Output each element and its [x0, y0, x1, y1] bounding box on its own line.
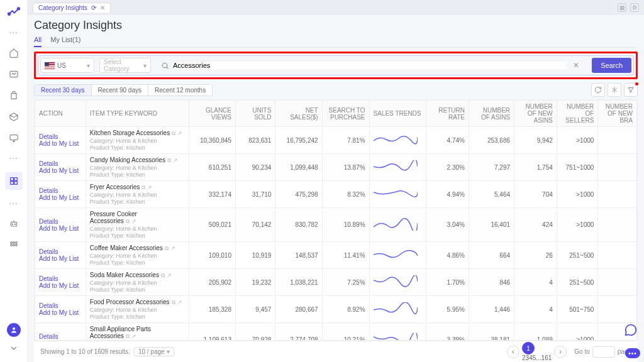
copy-icon[interactable]: ⧉ — [172, 299, 175, 305]
results-text: Showing 1 to 10 of 1609 results. — [40, 348, 130, 355]
page-1[interactable]: 1 — [522, 342, 535, 354]
more-icon-3[interactable]: ⋯ — [9, 199, 18, 209]
dashboard-icon[interactable] — [8, 68, 20, 80]
copy-icon[interactable]: ⧉ — [167, 157, 171, 163]
refresh-icon[interactable]: ⟳ — [91, 4, 96, 11]
prev-page[interactable]: ‹ — [507, 346, 519, 358]
period-90[interactable]: Recent 90 days — [92, 85, 149, 96]
external-icon[interactable]: ↗ — [173, 157, 178, 163]
avatar[interactable] — [7, 323, 21, 337]
details-link[interactable]: Details — [39, 248, 82, 255]
cell-units: 9,457 — [236, 296, 275, 323]
refresh-button[interactable] — [591, 83, 605, 97]
perpage-select[interactable]: 10 / page▾ — [134, 347, 174, 356]
details-link[interactable]: Details — [39, 133, 82, 140]
add-list-link[interactable]: Add to My List — [39, 140, 82, 147]
external-icon[interactable]: ↗ — [177, 299, 182, 305]
external-icon[interactable]: ↗ — [170, 245, 175, 251]
product-sub: Product Type: Kitchen — [90, 199, 145, 205]
period-12m[interactable]: Recent 12 months — [148, 85, 212, 96]
external-icon[interactable]: ↗ — [167, 272, 172, 278]
svg-rect-3 — [10, 135, 18, 140]
copy-icon[interactable]: ⧉ — [165, 245, 169, 251]
next-page[interactable]: › — [554, 346, 567, 358]
cell-newasins: 1,089 — [514, 323, 557, 341]
svg-point-18 — [162, 63, 167, 68]
svg-point-14 — [10, 244, 12, 246]
category-select[interactable]: Select Category ▾ — [99, 58, 151, 73]
add-list-link[interactable]: Add to My List — [39, 255, 82, 262]
robot-icon[interactable] — [8, 217, 20, 230]
home-icon[interactable] — [8, 47, 20, 59]
cell-return: 3.39% — [426, 323, 469, 341]
snowflake-button[interactable] — [608, 83, 621, 97]
app-grid-icon[interactable] — [8, 239, 20, 251]
cell-s2p: 10.21% — [322, 323, 369, 341]
more-icon-2[interactable]: ⋯ — [9, 153, 18, 163]
details-link[interactable]: Details — [39, 187, 82, 194]
external-icon[interactable]: ↗ — [131, 218, 136, 224]
add-list-link[interactable]: Add to My List — [39, 194, 82, 201]
cell-asins: 1,446 — [469, 296, 514, 323]
details-link[interactable]: Details — [39, 302, 82, 309]
table-row: DetailsAdd to My List Candy Making Acces… — [35, 154, 637, 181]
cell-units: 823,631 — [236, 127, 275, 154]
goto-input[interactable] — [592, 346, 615, 358]
svg-rect-5 — [14, 178, 17, 181]
clear-icon[interactable]: ✕ — [570, 61, 582, 70]
box-icon[interactable] — [8, 111, 20, 123]
external-icon[interactable]: ↗ — [131, 333, 136, 339]
details-link[interactable]: Details — [39, 275, 82, 282]
subtab-all[interactable]: All — [34, 33, 42, 47]
cell-asins: 5,464 — [469, 181, 514, 208]
search-input[interactable] — [173, 62, 567, 69]
details-link[interactable]: Details — [39, 160, 82, 167]
settings-icon[interactable]: ⚙ — [630, 3, 639, 12]
period-30[interactable]: Recent 30 days — [35, 85, 92, 96]
cell-sellers: >1000 — [557, 323, 598, 341]
col-newasins: NUMBER OF NEW ASINS — [514, 101, 557, 127]
keyword-text: Coffee Maker Accessories — [90, 244, 163, 251]
chat-icon[interactable] — [624, 323, 638, 337]
copy-icon[interactable]: ⧉ — [172, 130, 175, 136]
details-link[interactable]: Details — [39, 218, 82, 225]
cell-newasins: 26 — [514, 242, 557, 269]
copy-icon[interactable]: ⧉ — [126, 333, 130, 339]
cell-s2p: 7.25% — [322, 269, 369, 296]
close-tab-icon[interactable]: ✕ — [100, 4, 105, 11]
cell-sellers: >1000 — [557, 127, 598, 154]
external-icon[interactable]: ↗ — [177, 130, 182, 136]
cell-glance: 10,360,845 — [189, 127, 235, 154]
filter-button[interactable] — [624, 83, 638, 97]
cell-s2p: 7.81% — [322, 127, 369, 154]
more-icon[interactable]: ⋯ — [9, 28, 18, 38]
product-sub: Product Type: Kitchen — [90, 145, 145, 151]
products-icon[interactable] — [8, 89, 20, 102]
add-list-link[interactable]: Add to My List — [39, 309, 82, 316]
page-...[interactable]: ... — [536, 354, 541, 361]
add-list-link[interactable]: Add to My List — [39, 282, 82, 289]
subtab-mylist[interactable]: My List(1) — [50, 33, 80, 47]
copy-icon[interactable]: ⧉ — [142, 184, 145, 190]
category-sub: Category: Home & Kitchen — [90, 226, 157, 232]
chevron-down-icon[interactable] — [8, 342, 20, 354]
category-sub: Category: Home & Kitchen — [90, 138, 157, 144]
external-icon[interactable]: ↗ — [147, 184, 152, 190]
details-link[interactable]: Details — [39, 333, 82, 340]
tab-category-insights[interactable]: Category Insights ⟳ ✕ — [33, 3, 111, 13]
cell-net: 148,537 — [275, 242, 322, 269]
cell-sellers: 751~1000 — [557, 154, 598, 181]
search-button[interactable]: Search — [592, 58, 631, 73]
category-icon[interactable] — [5, 172, 23, 190]
country-select[interactable]: US ▾ — [40, 58, 94, 73]
more-floating[interactable]: ••• — [625, 348, 640, 358]
copy-icon[interactable]: ⧉ — [126, 218, 130, 224]
page-161[interactable]: 161 — [541, 354, 552, 361]
add-list-link[interactable]: Add to My List — [39, 167, 82, 174]
layout-icon[interactable]: ▦ — [618, 3, 626, 12]
add-list-link[interactable]: Add to My List — [39, 225, 82, 232]
cell-asins: 664 — [469, 242, 514, 269]
copy-icon[interactable]: ⧉ — [161, 272, 165, 278]
monitor-icon[interactable] — [8, 132, 20, 145]
category-sub: Category: Home & Kitchen — [90, 253, 157, 259]
